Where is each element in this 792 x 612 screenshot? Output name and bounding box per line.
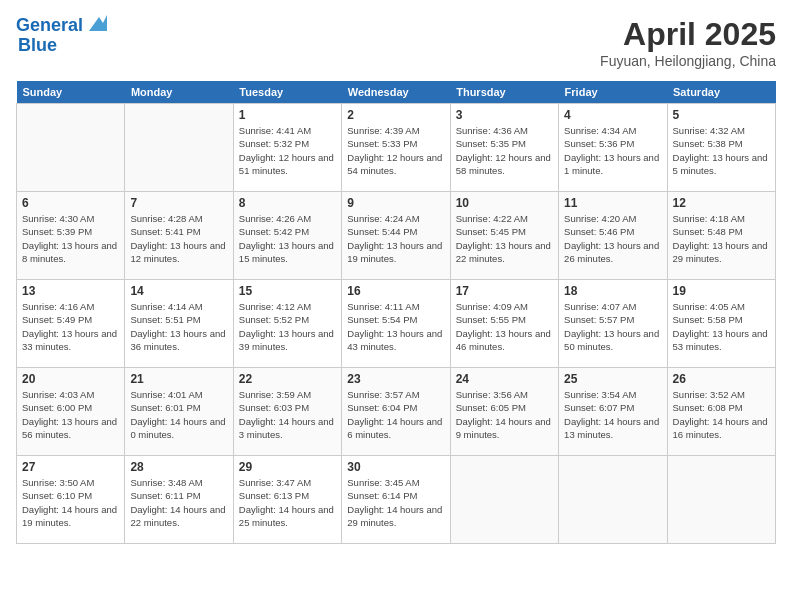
logo-text-line2: Blue	[18, 35, 57, 55]
calendar-cell: 25Sunrise: 3:54 AM Sunset: 6:07 PM Dayli…	[559, 368, 667, 456]
day-info: Sunrise: 4:41 AM Sunset: 5:32 PM Dayligh…	[239, 124, 336, 177]
calendar-cell: 30Sunrise: 3:45 AM Sunset: 6:14 PM Dayli…	[342, 456, 450, 544]
week-row-4: 20Sunrise: 4:03 AM Sunset: 6:00 PM Dayli…	[17, 368, 776, 456]
day-number: 14	[130, 284, 227, 298]
day-number: 11	[564, 196, 661, 210]
calendar-cell: 29Sunrise: 3:47 AM Sunset: 6:13 PM Dayli…	[233, 456, 341, 544]
day-info: Sunrise: 3:48 AM Sunset: 6:11 PM Dayligh…	[130, 476, 227, 529]
day-info: Sunrise: 4:07 AM Sunset: 5:57 PM Dayligh…	[564, 300, 661, 353]
day-info: Sunrise: 4:30 AM Sunset: 5:39 PM Dayligh…	[22, 212, 119, 265]
day-info: Sunrise: 4:14 AM Sunset: 5:51 PM Dayligh…	[130, 300, 227, 353]
day-number: 25	[564, 372, 661, 386]
day-number: 9	[347, 196, 444, 210]
calendar-cell: 24Sunrise: 3:56 AM Sunset: 6:05 PM Dayli…	[450, 368, 558, 456]
calendar-cell: 7Sunrise: 4:28 AM Sunset: 5:41 PM Daylig…	[125, 192, 233, 280]
calendar-cell: 28Sunrise: 3:48 AM Sunset: 6:11 PM Dayli…	[125, 456, 233, 544]
logo-text-line1: General	[16, 16, 83, 36]
day-number: 21	[130, 372, 227, 386]
day-number: 29	[239, 460, 336, 474]
week-row-2: 6Sunrise: 4:30 AM Sunset: 5:39 PM Daylig…	[17, 192, 776, 280]
calendar-cell: 10Sunrise: 4:22 AM Sunset: 5:45 PM Dayli…	[450, 192, 558, 280]
calendar-cell: 12Sunrise: 4:18 AM Sunset: 5:48 PM Dayli…	[667, 192, 775, 280]
day-number: 13	[22, 284, 119, 298]
day-number: 19	[673, 284, 770, 298]
day-number: 12	[673, 196, 770, 210]
day-info: Sunrise: 4:12 AM Sunset: 5:52 PM Dayligh…	[239, 300, 336, 353]
day-number: 18	[564, 284, 661, 298]
calendar-cell: 21Sunrise: 4:01 AM Sunset: 6:01 PM Dayli…	[125, 368, 233, 456]
day-number: 10	[456, 196, 553, 210]
day-info: Sunrise: 4:26 AM Sunset: 5:42 PM Dayligh…	[239, 212, 336, 265]
calendar-body: 1Sunrise: 4:41 AM Sunset: 5:32 PM Daylig…	[17, 104, 776, 544]
day-number: 24	[456, 372, 553, 386]
day-info: Sunrise: 3:56 AM Sunset: 6:05 PM Dayligh…	[456, 388, 553, 441]
day-number: 26	[673, 372, 770, 386]
title-area: April 2025 Fuyuan, Heilongjiang, China	[600, 16, 776, 69]
calendar-cell: 26Sunrise: 3:52 AM Sunset: 6:08 PM Dayli…	[667, 368, 775, 456]
day-number: 4	[564, 108, 661, 122]
calendar-cell: 20Sunrise: 4:03 AM Sunset: 6:00 PM Dayli…	[17, 368, 125, 456]
day-info: Sunrise: 4:36 AM Sunset: 5:35 PM Dayligh…	[456, 124, 553, 177]
day-number: 22	[239, 372, 336, 386]
calendar-cell	[667, 456, 775, 544]
week-row-1: 1Sunrise: 4:41 AM Sunset: 5:32 PM Daylig…	[17, 104, 776, 192]
calendar-table: SundayMondayTuesdayWednesdayThursdayFrid…	[16, 81, 776, 544]
day-info: Sunrise: 3:50 AM Sunset: 6:10 PM Dayligh…	[22, 476, 119, 529]
calendar-title: April 2025	[600, 16, 776, 53]
week-row-5: 27Sunrise: 3:50 AM Sunset: 6:10 PM Dayli…	[17, 456, 776, 544]
day-info: Sunrise: 3:57 AM Sunset: 6:04 PM Dayligh…	[347, 388, 444, 441]
calendar-cell: 5Sunrise: 4:32 AM Sunset: 5:38 PM Daylig…	[667, 104, 775, 192]
day-header-wednesday: Wednesday	[342, 81, 450, 104]
calendar-cell: 14Sunrise: 4:14 AM Sunset: 5:51 PM Dayli…	[125, 280, 233, 368]
calendar-header: SundayMondayTuesdayWednesdayThursdayFrid…	[17, 81, 776, 104]
week-row-3: 13Sunrise: 4:16 AM Sunset: 5:49 PM Dayli…	[17, 280, 776, 368]
day-info: Sunrise: 4:22 AM Sunset: 5:45 PM Dayligh…	[456, 212, 553, 265]
calendar-cell: 11Sunrise: 4:20 AM Sunset: 5:46 PM Dayli…	[559, 192, 667, 280]
day-info: Sunrise: 3:54 AM Sunset: 6:07 PM Dayligh…	[564, 388, 661, 441]
day-info: Sunrise: 4:39 AM Sunset: 5:33 PM Dayligh…	[347, 124, 444, 177]
day-info: Sunrise: 3:52 AM Sunset: 6:08 PM Dayligh…	[673, 388, 770, 441]
page-header: General Blue April 2025 Fuyuan, Heilongj…	[16, 16, 776, 69]
svg-marker-0	[89, 15, 107, 31]
day-info: Sunrise: 3:47 AM Sunset: 6:13 PM Dayligh…	[239, 476, 336, 529]
day-number: 1	[239, 108, 336, 122]
calendar-cell: 19Sunrise: 4:05 AM Sunset: 5:58 PM Dayli…	[667, 280, 775, 368]
calendar-cell: 3Sunrise: 4:36 AM Sunset: 5:35 PM Daylig…	[450, 104, 558, 192]
day-number: 8	[239, 196, 336, 210]
day-number: 7	[130, 196, 227, 210]
day-header-friday: Friday	[559, 81, 667, 104]
calendar-subtitle: Fuyuan, Heilongjiang, China	[600, 53, 776, 69]
day-info: Sunrise: 4:03 AM Sunset: 6:00 PM Dayligh…	[22, 388, 119, 441]
day-number: 30	[347, 460, 444, 474]
logo-bird-icon	[85, 13, 107, 35]
calendar-cell: 17Sunrise: 4:09 AM Sunset: 5:55 PM Dayli…	[450, 280, 558, 368]
calendar-cell: 2Sunrise: 4:39 AM Sunset: 5:33 PM Daylig…	[342, 104, 450, 192]
logo: General Blue	[16, 16, 107, 56]
calendar-cell: 27Sunrise: 3:50 AM Sunset: 6:10 PM Dayli…	[17, 456, 125, 544]
day-info: Sunrise: 4:32 AM Sunset: 5:38 PM Dayligh…	[673, 124, 770, 177]
day-header-monday: Monday	[125, 81, 233, 104]
day-header-saturday: Saturday	[667, 81, 775, 104]
calendar-cell: 4Sunrise: 4:34 AM Sunset: 5:36 PM Daylig…	[559, 104, 667, 192]
calendar-cell: 15Sunrise: 4:12 AM Sunset: 5:52 PM Dayli…	[233, 280, 341, 368]
day-info: Sunrise: 3:45 AM Sunset: 6:14 PM Dayligh…	[347, 476, 444, 529]
calendar-cell: 6Sunrise: 4:30 AM Sunset: 5:39 PM Daylig…	[17, 192, 125, 280]
day-number: 5	[673, 108, 770, 122]
day-number: 20	[22, 372, 119, 386]
day-info: Sunrise: 4:28 AM Sunset: 5:41 PM Dayligh…	[130, 212, 227, 265]
day-info: Sunrise: 4:34 AM Sunset: 5:36 PM Dayligh…	[564, 124, 661, 177]
day-info: Sunrise: 3:59 AM Sunset: 6:03 PM Dayligh…	[239, 388, 336, 441]
calendar-cell	[450, 456, 558, 544]
day-info: Sunrise: 4:20 AM Sunset: 5:46 PM Dayligh…	[564, 212, 661, 265]
day-number: 23	[347, 372, 444, 386]
calendar-cell: 9Sunrise: 4:24 AM Sunset: 5:44 PM Daylig…	[342, 192, 450, 280]
header-row: SundayMondayTuesdayWednesdayThursdayFrid…	[17, 81, 776, 104]
calendar-cell	[125, 104, 233, 192]
day-number: 2	[347, 108, 444, 122]
calendar-cell: 18Sunrise: 4:07 AM Sunset: 5:57 PM Dayli…	[559, 280, 667, 368]
day-number: 27	[22, 460, 119, 474]
calendar-cell: 1Sunrise: 4:41 AM Sunset: 5:32 PM Daylig…	[233, 104, 341, 192]
day-header-thursday: Thursday	[450, 81, 558, 104]
calendar-cell: 8Sunrise: 4:26 AM Sunset: 5:42 PM Daylig…	[233, 192, 341, 280]
day-number: 16	[347, 284, 444, 298]
